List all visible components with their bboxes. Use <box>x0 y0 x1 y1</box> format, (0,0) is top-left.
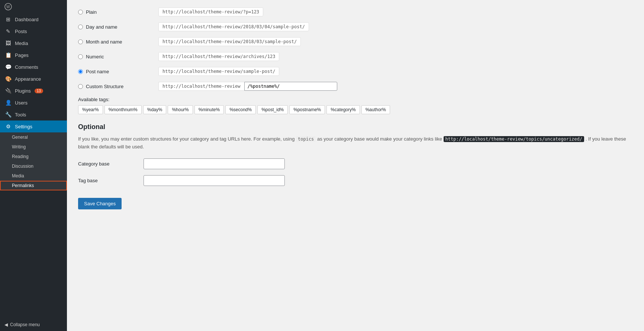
sidebar-item-comments[interactable]: 💬 Comments <box>0 61 67 73</box>
category-base-row: Category base <box>78 158 633 169</box>
custom-structure-input[interactable] <box>244 82 337 91</box>
month-name-radio[interactable] <box>78 39 83 44</box>
optional-description: If you like, you may enter custom struct… <box>78 135 633 151</box>
sidebar-item-media[interactable]: 🖼 Media <box>0 37 67 49</box>
plugins-badge: 13 <box>35 89 43 93</box>
posts-icon: ✎ <box>4 28 12 34</box>
month-name-url: http://localhost/theme-review/2018/03/sa… <box>158 37 301 46</box>
tools-icon: 🔧 <box>4 112 12 118</box>
sidebar-item-label: Tools <box>15 112 26 118</box>
plain-radio[interactable] <box>78 10 83 15</box>
available-tags-section: Available tags: %year%%monthnum%%day%%ho… <box>78 97 633 114</box>
sidebar-item-label: Users <box>15 100 28 106</box>
sidebar-item-pages[interactable]: 📋 Pages <box>0 49 67 61</box>
permalink-option-plain: Plain http://localhost/theme-review/?p=1… <box>78 7 633 16</box>
tags-row: %year%%monthnum%%day%%hour%%minute%%seco… <box>78 105 633 114</box>
category-base-input[interactable] <box>144 158 285 169</box>
permalink-option-post-name: Post name http://localhost/theme-review/… <box>78 67 633 76</box>
post-name-radio[interactable] <box>78 69 83 74</box>
category-base-label: Category base <box>78 161 138 167</box>
sidebar-item-label: Appearance <box>15 76 41 82</box>
tag-base-input[interactable] <box>144 175 285 186</box>
tag-button[interactable]: %year% <box>78 105 103 114</box>
pages-icon: 📋 <box>4 52 12 58</box>
custom-structure-row: http://localhost/theme-review <box>158 82 337 91</box>
plain-label[interactable]: Plain <box>78 9 152 15</box>
sidebar-item-label: Plugins <box>15 88 31 94</box>
sidebar-item-users[interactable]: 👤 Users <box>0 97 67 109</box>
custom-label[interactable]: Custom Structure <box>78 84 152 89</box>
permalink-option-numeric: Numeric http://localhost/theme-review/ar… <box>78 52 633 61</box>
permalink-option-day-name: Day and name http://localhost/theme-revi… <box>78 22 633 31</box>
sidebar-item-label: Pages <box>15 52 29 58</box>
sidebar: W ⊞ Dashboard ✎ Posts 🖼 Media 📋 Pages 💬 … <box>0 0 67 331</box>
sidebar-item-settings[interactable]: ⚙ Settings <box>0 120 67 132</box>
numeric-url: http://localhost/theme-review/archives/1… <box>158 52 279 61</box>
media-icon: 🖼 <box>4 40 12 46</box>
example-url-inline: http://localhost/theme-review/topics/unc… <box>444 136 584 142</box>
optional-section: Optional If you like, you may enter cust… <box>78 123 633 209</box>
permalink-option-custom: Custom Structure http://localhost/theme-… <box>78 82 633 91</box>
collapse-icon: ◀ <box>4 322 8 327</box>
tag-button[interactable]: %author% <box>361 105 390 114</box>
day-name-url: http://localhost/theme-review/2018/03/04… <box>158 22 309 31</box>
sidebar-item-label: Settings <box>15 124 32 129</box>
collapse-menu-button[interactable]: ◀ Collapse menu <box>0 318 67 331</box>
day-name-label[interactable]: Day and name <box>78 24 152 30</box>
tag-base-label: Tag base <box>78 178 138 183</box>
tag-base-row: Tag base <box>78 175 633 186</box>
sidebar-item-tools[interactable]: 🔧 Tools <box>0 109 67 120</box>
tag-button[interactable]: %post_id% <box>257 105 288 114</box>
sidebar-logo: W <box>0 0 67 13</box>
wordpress-logo-icon: W <box>4 3 12 10</box>
tag-button[interactable]: %day% <box>143 105 167 114</box>
submenu-item-permalinks[interactable]: Permalinks <box>0 181 67 190</box>
permalink-option-month-name: Month and name http://localhost/theme-re… <box>78 37 633 46</box>
day-name-radio[interactable] <box>78 25 83 29</box>
settings-submenu: General Writing Reading Discussion Media… <box>0 132 67 190</box>
settings-icon: ⚙ <box>4 123 12 129</box>
sidebar-item-posts[interactable]: ✎ Posts <box>0 25 67 37</box>
submenu-item-reading[interactable]: Reading <box>0 152 67 161</box>
submenu-item-discussion[interactable]: Discussion <box>0 161 67 171</box>
submenu-item-media-settings[interactable]: Media <box>0 171 67 181</box>
plugins-icon: 🔌 <box>4 88 12 94</box>
topics-code: topics <box>296 136 316 142</box>
sidebar-item-label: Posts <box>15 29 27 34</box>
submenu-item-writing[interactable]: Writing <box>0 142 67 152</box>
tag-button[interactable]: %minute% <box>194 105 224 114</box>
custom-url-base: http://localhost/theme-review <box>158 82 244 91</box>
sidebar-item-label: Dashboard <box>15 17 39 22</box>
appearance-icon: 🎨 <box>4 76 12 82</box>
post-name-label[interactable]: Post name <box>78 69 152 74</box>
tag-button[interactable]: %postname% <box>289 105 325 114</box>
sidebar-item-dashboard[interactable]: ⊞ Dashboard <box>0 13 67 25</box>
submenu-item-general[interactable]: General <box>0 132 67 142</box>
sidebar-item-label: Comments <box>15 64 38 70</box>
plain-url: http://localhost/theme-review/?p=123 <box>158 7 263 16</box>
tag-button[interactable]: %second% <box>225 105 256 114</box>
post-name-url: http://localhost/theme-review/sample-pos… <box>158 67 279 76</box>
svg-text:W: W <box>6 5 10 9</box>
custom-radio[interactable] <box>78 84 83 89</box>
tag-button[interactable]: %monthnum% <box>104 105 142 114</box>
sidebar-item-plugins[interactable]: 🔌 Plugins 13 <box>0 85 67 97</box>
month-name-label[interactable]: Month and name <box>78 39 152 45</box>
tag-button[interactable]: %hour% <box>168 105 193 114</box>
comments-icon: 💬 <box>4 64 12 70</box>
sidebar-item-appearance[interactable]: 🎨 Appearance <box>0 73 67 85</box>
tag-button[interactable]: %category% <box>326 105 360 114</box>
available-tags-label: Available tags: <box>78 97 633 102</box>
numeric-radio[interactable] <box>78 54 83 59</box>
dashboard-icon: ⊞ <box>4 16 12 22</box>
save-changes-button[interactable]: Save Changes <box>78 198 122 209</box>
numeric-label[interactable]: Numeric <box>78 54 152 60</box>
main-content: Plain http://localhost/theme-review/?p=1… <box>67 0 644 331</box>
users-icon: 👤 <box>4 100 12 106</box>
optional-title: Optional <box>78 123 633 131</box>
sidebar-item-label: Media <box>15 41 28 46</box>
